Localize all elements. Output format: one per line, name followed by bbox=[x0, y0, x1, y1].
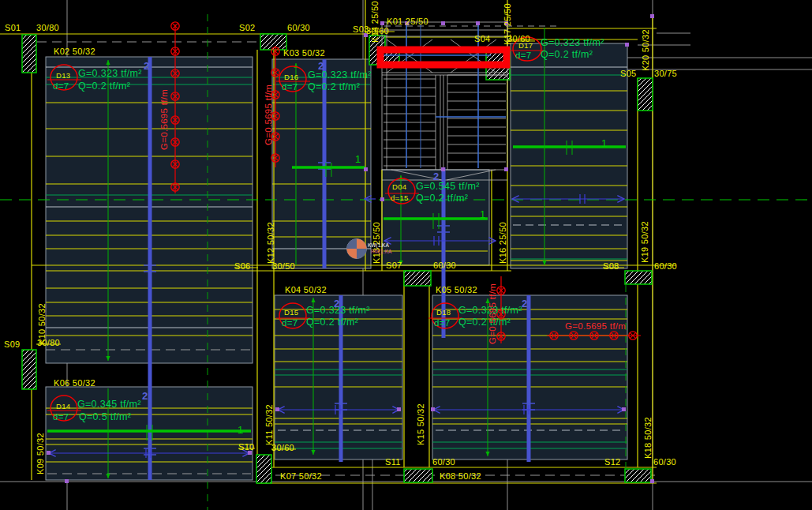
beam-label-k18[interactable]: K18 50/32 bbox=[643, 417, 653, 459]
column-s09[interactable] bbox=[22, 350, 36, 389]
pos-mark-2-k04[interactable]: 2 bbox=[334, 298, 340, 309]
dim-30-80-top[interactable]: 30/80 bbox=[36, 23, 59, 32]
column-s12[interactable] bbox=[625, 469, 651, 482]
pos-mark-2-k02[interactable]: 2 bbox=[144, 60, 150, 72]
load-d-d17[interactable]: d=7 bbox=[515, 51, 531, 60]
beam-label-k19[interactable]: K19 50/32 bbox=[640, 221, 649, 263]
load-d-d14[interactable]: d=7 bbox=[53, 412, 69, 422]
load-id-d15[interactable]: D15 bbox=[284, 308, 298, 317]
slab-point-s05[interactable]: S05 bbox=[620, 69, 636, 78]
load-id-d04[interactable]: D04 bbox=[392, 182, 406, 191]
dim-60-30-top[interactable]: 60/30 bbox=[287, 23, 310, 32]
cad-viewport[interactable]: S01 30/80 S02 60/30 S03 K01 25/50 30/60 … bbox=[0, 0, 812, 510]
beam-label-k04[interactable]: K04 50/32 bbox=[285, 285, 327, 294]
load-d-d13[interactable]: d=7 bbox=[53, 81, 69, 91]
line-load-k05[interactable]: G=0.5695 tf/m bbox=[488, 283, 497, 344]
load-q-d16[interactable]: Q=0.2 tf/m² bbox=[308, 81, 360, 92]
slab-point-s02[interactable]: S02 bbox=[239, 23, 255, 32]
beam-label-k08[interactable]: K08 50/32 bbox=[440, 471, 481, 481]
dim-60-30-bottom-right[interactable]: 60/30 bbox=[653, 457, 676, 467]
beam-label-k12[interactable]: K12 50/32 bbox=[266, 222, 275, 264]
line-load-k03[interactable]: G=0.5695 tf/m bbox=[264, 84, 273, 145]
watermark-line-2: RM(1.KA bbox=[371, 249, 392, 255]
column-s05[interactable] bbox=[638, 78, 653, 111]
column-s08[interactable] bbox=[625, 271, 652, 284]
load-id-d16[interactable]: D16 bbox=[284, 73, 298, 81]
beam-label-k15[interactable]: K15 50/32 bbox=[416, 403, 425, 445]
beam-label-k10[interactable]: K10 50/32 bbox=[37, 303, 47, 345]
load-g-d13[interactable]: G=0.323 tf/m² bbox=[78, 68, 142, 79]
beam-label-k14[interactable]: K14 25/50 bbox=[370, 1, 380, 43]
beam-label-k11[interactable]: K11 50/32 bbox=[264, 404, 274, 445]
load-d-d18[interactable]: d=7 bbox=[434, 318, 450, 328]
pos-mark-2-d04[interactable]: 2 bbox=[433, 171, 440, 182]
load-q-d13[interactable]: Q=0.2 tf/m² bbox=[78, 81, 130, 92]
beam-label-k16[interactable]: K16 25/50 bbox=[498, 222, 507, 264]
load-id-d17[interactable]: D17 bbox=[518, 41, 533, 50]
slab-point-s10[interactable]: S10 bbox=[238, 442, 254, 452]
slab-point-s04[interactable]: S04 bbox=[474, 34, 490, 43]
beam-label-k01[interactable]: K01 25/50 bbox=[387, 17, 428, 26]
dim-60-30-mid[interactable]: 60/30 bbox=[433, 261, 456, 270]
slab-point-s07[interactable]: S07 bbox=[386, 261, 402, 270]
beam-label-k03[interactable]: K03 50/32 bbox=[283, 48, 325, 58]
watermark-line-1: KW(1.KA bbox=[368, 242, 389, 249]
slab-point-s09[interactable]: S09 bbox=[4, 339, 20, 349]
beam-label-k07[interactable]: K07 50/32 bbox=[280, 471, 322, 481]
beam-label-k09[interactable]: K09 50/32 bbox=[36, 433, 45, 474]
pos-mark-2-k05[interactable]: 2 bbox=[522, 298, 528, 309]
slab-point-s01[interactable]: S01 bbox=[5, 23, 21, 32]
load-q-d18[interactable]: Q=0.2 tf/m² bbox=[458, 317, 511, 328]
line-load-k02[interactable]: G=0.5695 tf/m bbox=[159, 89, 169, 150]
load-q-d04[interactable]: Q=0.2 tf/m² bbox=[416, 193, 468, 204]
load-id-d18[interactable]: D18 bbox=[436, 308, 451, 317]
pos-mark-2-k03[interactable]: 2 bbox=[318, 60, 324, 72]
line-load-right[interactable]: G=0.5695 tf/m bbox=[565, 321, 626, 331]
pos-mark-1-k06[interactable]: 1 bbox=[238, 424, 244, 436]
load-id-d13[interactable]: D13 bbox=[56, 71, 70, 80]
beam-label-k02[interactable]: K02 50/32 bbox=[54, 47, 95, 56]
slab-point-s12[interactable]: S12 bbox=[604, 457, 620, 467]
column-s04-lower[interactable] bbox=[486, 66, 510, 80]
slab-point-s11[interactable]: S11 bbox=[385, 457, 401, 467]
column-s07[interactable] bbox=[404, 271, 431, 286]
load-d-d15[interactable]: d=7 bbox=[282, 318, 297, 328]
load-d-d04[interactable]: d=15 bbox=[391, 193, 409, 202]
load-g-d04[interactable]: G=0.545 tf/m² bbox=[416, 181, 480, 192]
slab-panel-d17[interactable] bbox=[511, 43, 627, 268]
load-g-d17[interactable]: G=0.323 tf/m² bbox=[541, 37, 604, 48]
dim-60-30-mid-right[interactable]: 60/30 bbox=[654, 261, 677, 271]
load-g-d14[interactable]: G=0.345 tf/m² bbox=[77, 399, 141, 410]
pos-mark-2-k06[interactable]: 2 bbox=[142, 390, 148, 402]
load-d-d16[interactable]: d=7 bbox=[282, 82, 297, 92]
load-id-d14[interactable]: D14 bbox=[56, 402, 70, 411]
pos-mark-1-d17[interactable]: 1 bbox=[601, 137, 608, 149]
slab-point-s08[interactable]: S08 bbox=[603, 261, 619, 271]
column-s10[interactable] bbox=[256, 455, 271, 483]
beam-label-k05[interactable]: K05 50/32 bbox=[436, 285, 477, 294]
dim-60-30-bottom[interactable]: 60/30 bbox=[432, 457, 455, 467]
load-q-d14[interactable]: Q=0.5 tf/m² bbox=[79, 411, 131, 422]
dim-30-75[interactable]: 30/75 bbox=[654, 69, 677, 78]
pos-mark-1-d04[interactable]: 1 bbox=[480, 208, 486, 220]
beam-label-k17[interactable]: K17 25/50 bbox=[503, 3, 512, 45]
pos-mark-1-k03[interactable]: 1 bbox=[355, 153, 361, 165]
beam-label-k06[interactable]: K06 50/32 bbox=[54, 378, 95, 388]
load-q-d17[interactable]: Q=0.2 tf/m² bbox=[541, 49, 593, 60]
slab-point-s06[interactable]: S06 bbox=[234, 261, 250, 271]
column-s11[interactable] bbox=[404, 469, 432, 482]
dim-30-60-k11[interactable]: 30/60 bbox=[271, 443, 294, 452]
column-s01[interactable] bbox=[22, 35, 36, 73]
load-q-d15[interactable]: Q=0.2 tf/m² bbox=[306, 317, 358, 328]
dim-30-50[interactable]: 30/50 bbox=[272, 261, 295, 271]
beam-label-k20[interactable]: K20 50/32 bbox=[641, 29, 650, 71]
